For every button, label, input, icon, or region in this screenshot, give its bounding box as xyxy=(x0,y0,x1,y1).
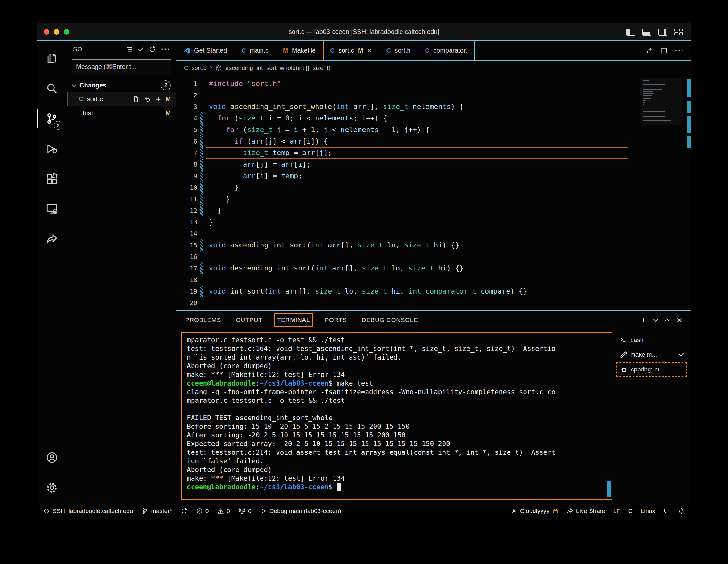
terminal-scrollbar[interactable] xyxy=(607,481,611,497)
minimap[interactable] xyxy=(641,78,683,125)
zoom-window-button[interactable] xyxy=(64,29,69,35)
commit-message-input[interactable] xyxy=(72,59,171,74)
live-share[interactable]: Live Share xyxy=(567,508,605,515)
titlebar[interactable]: sort.c — lab03-cceen [SSH: labradoodle.c… xyxy=(37,23,691,41)
changes-section-header[interactable]: Changes 2 xyxy=(67,79,176,92)
line-number[interactable]: 18 xyxy=(176,274,197,286)
code-line-8[interactable]: 8 arr[j] = arr[i]; xyxy=(176,159,691,170)
activity-extensions[interactable] xyxy=(37,164,67,194)
line-number[interactable]: 2 xyxy=(176,89,197,101)
line-number[interactable]: 17 xyxy=(176,262,197,274)
activity-account[interactable] xyxy=(37,443,67,473)
branch-indicator[interactable]: master* xyxy=(142,508,172,515)
line-number[interactable]: 10 xyxy=(176,182,197,193)
line-number[interactable]: 13 xyxy=(176,216,197,228)
close-panel-icon[interactable] xyxy=(676,315,682,325)
terminal-list-item-cppdbg-m-[interactable]: cppdbg: m... xyxy=(616,362,687,377)
new-terminal-icon[interactable] xyxy=(641,315,647,325)
activity-source-control[interactable]: 2 xyxy=(37,104,67,134)
toggle-secondary-sidebar-icon[interactable] xyxy=(658,29,667,36)
terminal-list-item-bash[interactable]: bash xyxy=(616,333,687,347)
activity-run-debug[interactable] xyxy=(37,134,67,164)
code-line-19[interactable]: 19void int_sort(int arr[], size_t lo, si… xyxy=(176,286,691,297)
close-tab-icon[interactable] xyxy=(367,46,372,55)
code-line-1[interactable]: 1#include "sort.h" xyxy=(176,78,691,89)
line-number[interactable]: 8 xyxy=(176,159,197,170)
editor-more-actions-icon[interactable] xyxy=(675,46,684,55)
code-line-2[interactable]: 2 xyxy=(176,89,691,101)
ports-indicator[interactable]: 0 xyxy=(239,508,252,515)
terminal-dropdown-icon[interactable] xyxy=(653,317,658,322)
view-as-tree-icon[interactable] xyxy=(126,46,133,53)
code-line-17[interactable]: 17void descending_int_sort(int arr[], si… xyxy=(176,262,691,274)
line-number[interactable]: 9 xyxy=(176,170,197,182)
stage-changes-icon[interactable] xyxy=(156,95,161,104)
remote-indicator[interactable]: SSH: labradoodle.caltech.edu xyxy=(43,508,133,515)
notifications-bell[interactable] xyxy=(678,508,685,514)
line-number[interactable]: 3 xyxy=(176,101,197,112)
breadcrumb-file[interactable]: sort.c xyxy=(192,64,206,71)
code-line-11[interactable]: 11 } xyxy=(176,193,691,205)
os-indicator[interactable]: Linux xyxy=(641,508,655,515)
tab-sort-h[interactable]: sort.h xyxy=(379,41,418,60)
toggle-panel-icon[interactable] xyxy=(642,29,651,36)
line-number[interactable]: 14 xyxy=(176,228,197,239)
code-line-9[interactable]: 9 arr[i] = temp; xyxy=(176,170,691,182)
line-number[interactable]: 15 xyxy=(176,239,197,251)
toggle-sidebar-icon[interactable] xyxy=(626,29,635,36)
split-editor-icon[interactable] xyxy=(660,47,667,54)
code-line-16[interactable]: 16 xyxy=(176,251,691,262)
code-line-20[interactable]: 20 xyxy=(176,297,691,309)
sync-button[interactable] xyxy=(181,508,187,514)
activity-search[interactable] xyxy=(37,73,67,104)
panel-tab-ports[interactable]: PORTS xyxy=(325,317,347,324)
customize-layout-icon[interactable] xyxy=(674,29,683,36)
code-editor[interactable]: 1#include "sort.h"23void ascending_int_s… xyxy=(176,75,691,310)
scm-file-test[interactable]: testM xyxy=(67,106,176,120)
maximize-panel-icon[interactable] xyxy=(664,319,670,324)
commit-check-icon[interactable] xyxy=(138,46,144,51)
scm-file-sort-c[interactable]: sort.cM xyxy=(67,92,176,106)
tab-main-c[interactable]: main.c xyxy=(234,41,276,60)
account-item[interactable]: Cloudlyyyy xyxy=(511,508,559,515)
refresh-icon[interactable] xyxy=(149,46,156,53)
activity-settings-gear[interactable] xyxy=(37,473,67,503)
panel-tab-terminal[interactable]: TERMINAL xyxy=(277,317,310,324)
close-window-button[interactable] xyxy=(44,29,49,35)
open-changes-icon[interactable] xyxy=(646,47,653,54)
activity-live-share[interactable] xyxy=(37,224,67,254)
eol-indicator[interactable]: LF xyxy=(613,508,620,515)
terminal-list-item-make-m-[interactable]: make m... xyxy=(616,348,687,362)
debug-indicator[interactable]: Debug main (lab03-cceen) xyxy=(260,508,341,515)
code-line-10[interactable]: 10 } xyxy=(176,182,691,193)
problems-warnings[interactable]: 0 xyxy=(217,508,230,515)
more-actions-icon[interactable] xyxy=(161,45,170,54)
code-line-6[interactable]: 6 if (arr[j] < arr[i]) { xyxy=(176,136,691,147)
activity-explorer[interactable] xyxy=(37,43,67,73)
panel-tab-problems[interactable]: PROBLEMS xyxy=(185,317,221,324)
line-number[interactable]: 4 xyxy=(176,112,197,124)
line-number[interactable]: 1 xyxy=(176,78,197,89)
code-line-13[interactable]: 13} xyxy=(176,216,691,228)
panel-tab-output[interactable]: OUTPUT xyxy=(236,317,262,324)
line-number[interactable]: 11 xyxy=(176,193,197,205)
tab-sort-c[interactable]: sort.cM xyxy=(323,41,379,60)
line-number[interactable]: 12 xyxy=(176,205,197,216)
code-line-5[interactable]: 5 for (size_t j = i + 1; j < nelements -… xyxy=(176,124,691,136)
language-indicator[interactable]: C xyxy=(628,508,633,515)
line-number[interactable]: 20 xyxy=(176,297,197,309)
line-number[interactable]: 19 xyxy=(176,286,197,297)
code-line-14[interactable]: 14 xyxy=(176,228,691,239)
line-number[interactable]: 5 xyxy=(176,124,197,136)
code-line-18[interactable]: 18 xyxy=(176,274,691,286)
minimize-window-button[interactable] xyxy=(54,29,59,35)
code-line-7[interactable]: 7 size_t temp = arr[j]; xyxy=(176,147,691,159)
line-number[interactable]: 7 xyxy=(176,147,197,159)
terminal-viewport[interactable]: mparator.c testsort.c -o test && ./testt… xyxy=(181,332,612,500)
problems-errors[interactable]: 0 xyxy=(196,508,209,515)
code-line-4[interactable]: 4 for (size_t i = 0; i < nelements; i++)… xyxy=(176,112,691,124)
tab-get-started[interactable]: Get Started xyxy=(176,41,234,60)
code-line-12[interactable]: 12 } xyxy=(176,205,691,216)
line-number[interactable]: 6 xyxy=(176,136,197,147)
panel-tab-debug-console[interactable]: DEBUG CONSOLE xyxy=(361,317,418,324)
